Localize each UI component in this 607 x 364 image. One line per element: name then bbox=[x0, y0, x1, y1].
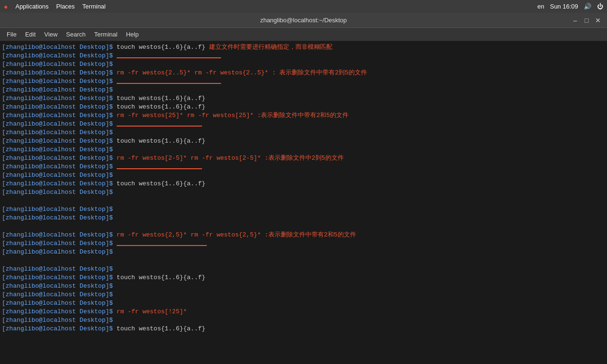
terminal-line: [zhanglibo@localhost Desktop]$ bbox=[2, 128, 605, 137]
window-title: zhanglibo@localhost:~/Desktop bbox=[260, 17, 347, 24]
terminal-line: [zhanglibo@localhost Desktop]$ touch wes… bbox=[2, 180, 605, 188]
system-bar: ● Applications Places Terminal en Sun 16… bbox=[0, 0, 607, 13]
close-button[interactable]: ✕ bbox=[594, 16, 602, 25]
system-bar-right: en Sun 16:09 🔊 ⏻ bbox=[537, 3, 603, 10]
terminal-line: [zhanglibo@localhost Desktop]$ bbox=[2, 188, 605, 197]
underline-decoration bbox=[117, 57, 221, 58]
terminal-window: zhanglibo@localhost:~/Desktop – □ ✕ File… bbox=[0, 13, 607, 364]
menu-edit[interactable]: Edit bbox=[21, 29, 39, 39]
terminal-line: [zhanglibo@localhost Desktop]$ touch wes… bbox=[2, 103, 605, 111]
terminal-line: [zhanglibo@localhost Desktop]$ bbox=[2, 120, 605, 128]
menu-terminal[interactable]: Terminal bbox=[91, 29, 121, 39]
terminal-line: [zhanglibo@localhost Desktop]$ rm -fr we… bbox=[2, 308, 605, 316]
underline-decoration bbox=[117, 245, 207, 246]
terminal-line: [zhanglibo@localhost Desktop]$ bbox=[2, 248, 605, 256]
terminal-line: [zhanglibo@localhost Desktop]$ bbox=[2, 77, 605, 86]
terminal-line bbox=[2, 222, 605, 231]
menu-bar: File Edit View Search Terminal Help bbox=[0, 28, 607, 41]
terminal-line: [zhanglibo@localhost Desktop]$ rm -fr we… bbox=[2, 111, 605, 120]
terminal-line: [zhanglibo@localhost Desktop]$ rm -fr we… bbox=[2, 69, 605, 77]
terminal-line: [zhanglibo@localhost Desktop]$ bbox=[2, 171, 605, 180]
maximize-button[interactable]: □ bbox=[582, 16, 591, 25]
terminal-line: [zhanglibo@localhost Desktop]$ touch wes… bbox=[2, 43, 605, 52]
terminal-line: [zhanglibo@localhost Desktop]$ bbox=[2, 239, 605, 248]
language-indicator: en bbox=[537, 3, 544, 10]
underline-decoration bbox=[117, 126, 202, 127]
applications-menu[interactable]: Applications bbox=[15, 3, 48, 10]
terminal-content[interactable]: [zhanglibo@localhost Desktop]$ touch wes… bbox=[0, 41, 607, 364]
terminal-line: [zhanglibo@localhost Desktop]$ touch wes… bbox=[2, 325, 605, 333]
window-controls: – □ ✕ bbox=[571, 16, 602, 25]
menu-file[interactable]: File bbox=[3, 29, 20, 39]
terminal-line: [zhanglibo@localhost Desktop]$ rm -fr we… bbox=[2, 231, 605, 239]
app-icon: ● bbox=[4, 3, 8, 10]
terminal-line: [zhanglibo@localhost Desktop]$ bbox=[2, 316, 605, 325]
terminal-menu[interactable]: Terminal bbox=[83, 3, 106, 10]
power-icon[interactable]: ⏻ bbox=[597, 3, 603, 10]
datetime-display: Sun 16:09 bbox=[550, 3, 578, 10]
volume-icon[interactable]: 🔊 bbox=[584, 3, 591, 10]
terminal-line: [zhanglibo@localhost Desktop]$ bbox=[2, 52, 605, 60]
terminal-line: [zhanglibo@localhost Desktop]$ bbox=[2, 60, 605, 69]
terminal-line bbox=[2, 197, 605, 205]
terminal-line: [zhanglibo@localhost Desktop]$ rm -fr we… bbox=[2, 154, 605, 163]
menu-search[interactable]: Search bbox=[62, 29, 89, 39]
terminal-line: [zhanglibo@localhost Desktop]$ bbox=[2, 86, 605, 94]
terminal-line: [zhanglibo@localhost Desktop]$ touch wes… bbox=[2, 94, 605, 103]
terminal-line: [zhanglibo@localhost Desktop]$ bbox=[2, 163, 605, 171]
menu-help[interactable]: Help bbox=[122, 29, 143, 39]
terminal-line: [zhanglibo@localhost Desktop]$ bbox=[2, 146, 605, 154]
terminal-line: [zhanglibo@localhost Desktop]$ bbox=[2, 265, 605, 273]
system-bar-left: ● Applications Places Terminal bbox=[4, 3, 106, 10]
terminal-line: [zhanglibo@localhost Desktop]$ bbox=[2, 205, 605, 214]
terminal-line: [zhanglibo@localhost Desktop]$ bbox=[2, 291, 605, 299]
places-menu[interactable]: Places bbox=[56, 3, 75, 10]
minimize-button[interactable]: – bbox=[571, 16, 579, 25]
terminal-line: [zhanglibo@localhost Desktop]$ bbox=[2, 282, 605, 291]
underline-decoration bbox=[117, 168, 202, 169]
terminal-line: [zhanglibo@localhost Desktop]$ bbox=[2, 299, 605, 308]
terminal-line bbox=[2, 256, 605, 265]
terminal-line: [zhanglibo@localhost Desktop]$ bbox=[2, 214, 605, 222]
menu-view[interactable]: View bbox=[40, 29, 61, 39]
title-bar: zhanglibo@localhost:~/Desktop – □ ✕ bbox=[0, 13, 607, 28]
terminal-line: [zhanglibo@localhost Desktop]$ touch wes… bbox=[2, 273, 605, 282]
terminal-line: [zhanglibo@localhost Desktop]$ touch wes… bbox=[2, 137, 605, 146]
underline-decoration bbox=[117, 83, 221, 84]
